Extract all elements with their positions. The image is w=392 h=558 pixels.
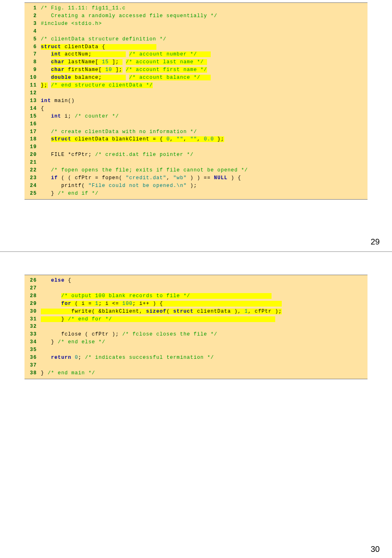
code-token: , cfPtr ); bbox=[248, 309, 282, 314]
code-content bbox=[41, 285, 368, 292]
code-token bbox=[41, 129, 51, 135]
code-line: 31 } /* end for */ bbox=[24, 316, 368, 323]
line-number: 1 bbox=[24, 4, 41, 12]
code-token: , bbox=[183, 136, 190, 142]
code-line: 30 fwrite( &blankClient, sizeof( struct … bbox=[24, 308, 368, 316]
code-token bbox=[41, 278, 51, 283]
code-content: printf( "File could not be opened.\n" ); bbox=[41, 182, 368, 190]
code-line: 15 int i; /* counter */ bbox=[24, 113, 368, 120]
code-line: 28 /* output 100 blank records to file *… bbox=[24, 292, 368, 300]
code-content: int i; /* counter */ bbox=[41, 113, 368, 120]
code-content: fwrite( &blankClient, sizeof( struct cli… bbox=[41, 308, 368, 316]
code-token: { bbox=[41, 106, 44, 111]
code-token: } bbox=[41, 316, 68, 322]
code-token: /* account balance */ bbox=[129, 75, 211, 80]
code-token bbox=[41, 167, 51, 173]
code-token: /* end for */ bbox=[68, 316, 275, 322]
code-token: balance; bbox=[71, 75, 126, 80]
code-line: 2 Creating a randomly accessed file sequ… bbox=[24, 12, 368, 20]
code-line: 17 /* create clientData with no informat… bbox=[24, 128, 368, 136]
code-token: struct bbox=[41, 44, 61, 50]
code-token: ]; bbox=[109, 59, 122, 65]
code-line: 14{ bbox=[24, 105, 368, 113]
code-token: } bbox=[41, 191, 58, 196]
line-number: 24 bbox=[24, 182, 41, 190]
code-token: char bbox=[51, 67, 65, 73]
code-line: 38} /* end main */ bbox=[24, 369, 368, 377]
code-token: main() bbox=[51, 98, 75, 104]
code-token: int bbox=[41, 98, 51, 104]
line-number: 12 bbox=[24, 89, 41, 97]
code-line: 32 bbox=[24, 323, 368, 331]
line-number: 14 bbox=[24, 105, 41, 113]
code-token: else bbox=[51, 278, 65, 283]
code-token: acctNum; bbox=[61, 51, 126, 57]
code-token bbox=[41, 59, 51, 65]
line-number: 31 bbox=[24, 316, 41, 323]
code-token: struct bbox=[173, 309, 194, 314]
line-number: 29 bbox=[24, 300, 41, 308]
code-token: if bbox=[51, 175, 58, 181]
code-token: } bbox=[41, 370, 48, 376]
code-token bbox=[41, 175, 51, 181]
code-token bbox=[41, 293, 61, 299]
code-token bbox=[126, 75, 129, 80]
code-token: int bbox=[51, 51, 61, 57]
code-line: 22 /* fopen opens the file; exits if fil… bbox=[24, 167, 368, 174]
code-token bbox=[41, 75, 51, 80]
code-line: 13int main() bbox=[24, 97, 368, 105]
code-line: 24 printf( "File could not be opened.\n"… bbox=[24, 182, 368, 190]
line-number: 15 bbox=[24, 113, 41, 120]
code-line: 21 bbox=[24, 159, 368, 167]
code-token bbox=[41, 67, 51, 73]
code-token: ) { bbox=[227, 175, 241, 181]
code-token: 1 bbox=[245, 309, 248, 314]
code-token: ; i++ ) { bbox=[133, 301, 282, 307]
code-content: int acctNum; /* account number */ bbox=[41, 51, 368, 58]
code-content: /* fopen opens the file; exits if file c… bbox=[41, 167, 368, 174]
code-token: 100 bbox=[122, 301, 133, 307]
code-token: for bbox=[61, 301, 71, 307]
code-line: 12 bbox=[24, 89, 368, 97]
code-token: ; i <= bbox=[98, 301, 122, 307]
code-token: double bbox=[51, 75, 71, 80]
code-content: if ( ( cfPtr = fopen( "credit.dat", "wb"… bbox=[41, 174, 368, 182]
code-token: { bbox=[65, 278, 75, 283]
code-token: "wb" bbox=[173, 175, 187, 181]
line-number: 5 bbox=[24, 36, 41, 43]
code-token: , bbox=[167, 175, 174, 181]
line-number: 23 bbox=[24, 174, 41, 182]
line-number: 10 bbox=[24, 74, 41, 82]
code-token: /* fclose closes the file */ bbox=[122, 331, 218, 337]
code-token: /* account number */ bbox=[129, 51, 211, 57]
code-line: 7 int acctNum; /* account number */ bbox=[24, 51, 368, 58]
code-token: /* credit.dat file pointer */ bbox=[95, 152, 194, 158]
code-content: FILE *cfPtr; /* credit.dat file pointer … bbox=[41, 151, 368, 159]
line-number: 9 bbox=[24, 66, 41, 74]
code-token: /* create clientData with no information… bbox=[51, 129, 197, 135]
code-line: 20 FILE *cfPtr; /* credit.dat file point… bbox=[24, 151, 368, 159]
code-token: /* end structure clientData */ bbox=[51, 82, 153, 88]
code-token: 0 bbox=[167, 136, 170, 142]
code-token: 15 bbox=[102, 59, 109, 65]
code-token: "File could not be opened.\n" bbox=[88, 183, 187, 189]
code-token: 10 bbox=[105, 67, 112, 73]
code-content bbox=[41, 143, 368, 151]
code-content: } /* end if */ bbox=[41, 190, 368, 198]
page-number-2: 30 bbox=[371, 545, 380, 554]
line-number: 20 bbox=[24, 151, 41, 159]
line-number: 19 bbox=[24, 143, 41, 151]
code-content: } /* end else */ bbox=[41, 338, 368, 346]
line-number: 16 bbox=[24, 120, 41, 128]
code-token: int bbox=[51, 113, 61, 119]
code-line: 27 bbox=[24, 285, 368, 292]
code-token: /* output 100 blank records to file */ bbox=[61, 293, 272, 299]
code-token: firstName[ bbox=[65, 67, 105, 73]
code-content: int main() bbox=[41, 97, 368, 105]
code-token: /* counter */ bbox=[75, 113, 119, 119]
code-token: /* fopen opens the file; exits if file c… bbox=[51, 167, 248, 173]
line-number: 2 bbox=[24, 12, 41, 20]
line-number: 11 bbox=[24, 82, 41, 89]
code-content: #include <stdio.h> bbox=[41, 20, 368, 28]
line-number: 26 bbox=[24, 277, 41, 285]
